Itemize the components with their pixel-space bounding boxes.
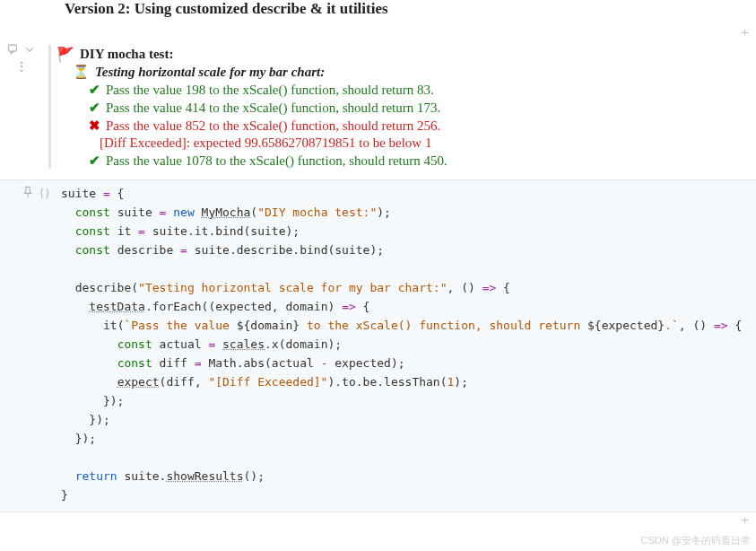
- suite-title: DIY mocha test:: [80, 47, 173, 62]
- hourglass-icon: ⏳: [73, 64, 90, 80]
- flag-icon: 🚩: [56, 46, 74, 63]
- cross-icon: ✖: [89, 118, 100, 134]
- more-menu-icon[interactable]: ⋮: [15, 59, 28, 74]
- add-cell-below-button[interactable]: +: [0, 512, 756, 529]
- test-error-text: [Diff Exceeded]: expected 99.65862708719…: [100, 136, 431, 151]
- test-result-row: ✔ Pass the value 1078 to the xScale() fu…: [56, 153, 749, 169]
- test-result-text: Pass the value 852 to the xScale() funct…: [106, 118, 440, 134]
- svg-rect-0: [8, 45, 16, 51]
- pin-icon[interactable]: [22, 186, 34, 202]
- test-result-text: Pass the value 414 to the xScale() funct…: [106, 101, 440, 116]
- test-result-text: Pass the value 198 to the xScale() funct…: [106, 83, 434, 98]
- test-result-row: ✖ Pass the value 852 to the xScale() fun…: [56, 118, 749, 134]
- test-result-row: ✔ Pass the value 198 to the xScale() fun…: [56, 82, 749, 98]
- caret-down-icon[interactable]: [23, 43, 36, 56]
- heading-row: Version 2: Using customized describe & i…: [0, 0, 756, 18]
- check-icon: ✔: [89, 153, 100, 169]
- section-heading: Version 2: Using customized describe & i…: [0, 0, 756, 18]
- describe-line: ⏳ Testing horizontal scale for my bar ch…: [56, 64, 749, 80]
- check-icon: ✔: [89, 100, 100, 116]
- comment-icon[interactable]: [7, 43, 20, 56]
- output-cell: ⋮ 🚩 DIY mocha test: ⏳ Testing horizontal…: [0, 41, 756, 174]
- braces-icon[interactable]: {}: [39, 186, 50, 200]
- add-cell-above-button[interactable]: +: [0, 25, 756, 41]
- cell-side-controls: ⋮: [0, 41, 43, 74]
- describe-title: Testing horizontal scale for my bar char…: [95, 65, 325, 80]
- suite-line: 🚩 DIY mocha test:: [56, 45, 749, 62]
- code-cell: {} suite = { const suite = new MyMocha("…: [0, 179, 756, 512]
- output-content: 🚩 DIY mocha test: ⏳ Testing horizontal s…: [43, 41, 756, 174]
- check-icon: ✔: [89, 82, 100, 98]
- test-result-text: Pass the value 1078 to the xScale() func…: [106, 153, 448, 169]
- test-output: 🚩 DIY mocha test: ⏳ Testing horizontal s…: [48, 45, 749, 169]
- test-error-row: [Diff Exceeded]: expected 99.65862708719…: [56, 136, 749, 151]
- test-result-row: ✔ Pass the value 414 to the xScale() fun…: [56, 100, 749, 116]
- plus-icon: +: [741, 513, 749, 528]
- code-gutter: {}: [0, 180, 57, 202]
- plus-icon: +: [741, 26, 749, 40]
- code-editor[interactable]: suite = { const suite = new MyMocha("DIY…: [57, 180, 756, 512]
